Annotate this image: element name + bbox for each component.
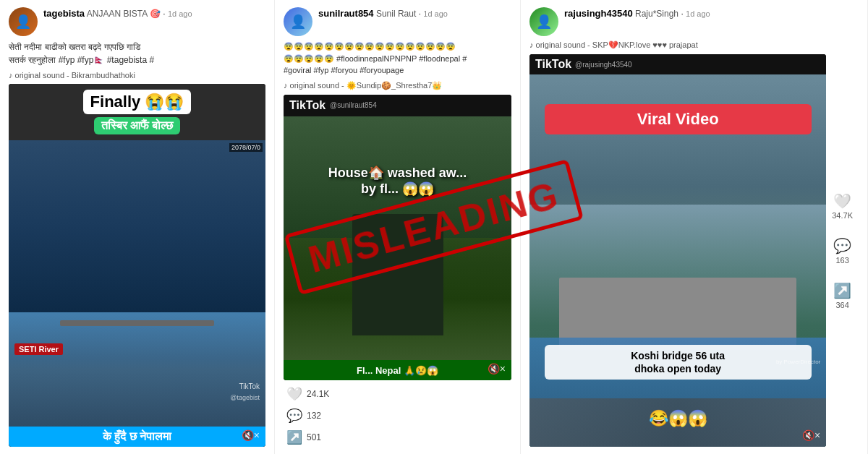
post2-video-bg: TikTok @sunilraut854 House🏠 washed aw...… (284, 95, 511, 381)
post2-video[interactable]: TikTok @sunilraut854 House🏠 washed aw...… (284, 95, 511, 381)
post1-tiktok-handle: @tagebist (230, 394, 260, 401)
tasvir-box: तस्बिर आफैं बोल्छ (94, 117, 181, 134)
post3-shares-count: 364 (835, 301, 848, 309)
post1-video-top: Finally 😭😭 तस्बिर आफैं बोल्छ (9, 84, 265, 140)
bridge-shape (60, 320, 214, 326)
post-3: 👤 rajusingh43540 Raju*Singh · 1d ago ♪ o… (521, 0, 868, 454)
likes-count: 24.1K (307, 389, 329, 399)
post2-tiktok-account: @sunilraut854 (330, 101, 377, 109)
post3-time: 1d ago (686, 9, 710, 18)
viral-video-text: Viral Video (637, 110, 719, 128)
flood-water (9, 312, 265, 427)
post3-sound[interactable]: ♪ original sound - SKP💔NKP.love ♥♥♥ praj… (529, 40, 859, 50)
post2-video-scene: House🏠 washed aw... by fl... 😱😱 (284, 116, 511, 361)
post3-main: TikTok @rajusingh43540 Viral Video Koshi… (529, 54, 859, 447)
post2-avatar: 👤 (284, 7, 312, 36)
post2-header: 👤 sunilraut854 Sunil Raut · 1d ago (284, 7, 511, 36)
seti-label: SETI River (14, 343, 63, 355)
post3-displayname: Raju*Singh (635, 9, 678, 19)
post3-header: 👤 rajusingh43540 Raju*Singh · 1d ago (529, 7, 859, 36)
post2-displayname: Sunil Raut (376, 9, 416, 19)
shares-count: 501 (307, 432, 321, 442)
powerdirector-label: by PowerDirector (776, 359, 820, 365)
post2-caption: 😨😨😨😨😨😨😨😨😨😨😨😨😨😨😨😨😨 😨😨😨😨😨 #floodinnepalNPN… (284, 40, 511, 77)
post1-header: 👤 tagebista ANJAAN BISTA 🎯 · 1d ago (9, 7, 265, 36)
comments-count: 132 (307, 411, 321, 421)
post2-shares-row[interactable]: ↗️ 501 (286, 429, 509, 445)
shares-icon: ↗️ (286, 429, 302, 445)
post1-avatar: 👤 (9, 7, 38, 36)
post2-bottom-bar: Fl... Nepal 🙏😢😱 (284, 360, 511, 380)
post-2: 👤 sunilraut854 Sunil Raut · 1d ago 😨😨😨😨😨… (275, 0, 521, 454)
tasvir-text: तस्बिर आफैं बोल्छ (101, 119, 174, 132)
post3-comments[interactable]: 💬 163 (833, 237, 851, 265)
post2-comments-row[interactable]: 💬 132 (286, 408, 509, 424)
video1-bottom: के हुँदै छ नेपालमा (9, 427, 265, 447)
post3-header-text: rajusingh43540 Raju*Singh · 1d ago (564, 7, 859, 20)
post3-comments-count: 163 (835, 256, 848, 265)
post2-mute-icon[interactable]: 🔇× (488, 363, 506, 374)
post1-video[interactable]: Finally 😭😭 तस्बिर आफैं बोल्छ SETI River … (9, 84, 265, 447)
post1-time: 1d ago (168, 9, 192, 18)
post1-mute-icon[interactable]: 🔇× (242, 429, 260, 441)
post2-stats: 🤍 24.1K 💬 132 ↗️ 501 (284, 385, 511, 447)
post2-tiktok-logo: TikTok (289, 99, 326, 112)
post3-video-scene: Viral Video Koshi bridge 56 uta dhoka op… (529, 74, 826, 447)
comments-icon: 💬 (286, 408, 302, 424)
finally-text: Finally 😭😭 (90, 93, 184, 111)
likes-icon: 🤍 (286, 386, 302, 402)
post3-tiktok-account: @rajusingh43540 (575, 61, 632, 69)
post1-emoji: 🎯 (150, 9, 161, 19)
post3-video-bg: TikTok @rajusingh43540 Viral Video Koshi… (529, 54, 826, 447)
post1-tiktok-watermark: TikTok (239, 382, 260, 390)
post3-likes-count: 34.7K (832, 211, 853, 220)
flood-nepal-text: Fl... Nepal 🙏😢😱 (357, 365, 438, 376)
post3-stats-sidebar: 🤍 34.7K 💬 163 ↗️ 364 (826, 54, 859, 447)
post1-video-middle: SETI River 2078/07/0 TikTok @tagebist (9, 140, 265, 427)
post3-tiktok-header: TikTok @rajusingh43540 (529, 54, 826, 74)
post1-displayname: ANJAAN BISTA (87, 9, 148, 19)
post1-header-text: tagebista ANJAAN BISTA 🎯 · 1d ago (43, 7, 265, 20)
house-text: House🏠 washed aw... by fl... 😱😱 (328, 165, 467, 197)
post3-avatar: 👤 (529, 7, 558, 36)
koshi-box: Koshi bridge 56 uta dhoka open today (545, 345, 812, 380)
finally-box: Finally 😭😭 (83, 90, 192, 114)
post1-video-bg: Finally 😭😭 तस्बिर आफैं बोल्छ SETI River … (9, 84, 265, 447)
kehudc-text: के हुँदै छ नेपालमा (103, 430, 171, 442)
post3-video[interactable]: TikTok @rajusingh43540 Viral Video Koshi… (529, 54, 826, 447)
post3-mute-icon[interactable]: 🔇× (802, 429, 820, 441)
post3-username[interactable]: rajusingh43540 (564, 8, 633, 19)
post3-likes[interactable]: 🤍 34.7K (832, 192, 853, 220)
date-label: 2078/07/0 (229, 143, 263, 152)
post2-username[interactable]: sunilraut854 (318, 8, 374, 19)
comment-icon: 💬 (833, 237, 851, 254)
post3-shares[interactable]: ↗️ 364 (833, 282, 851, 309)
post2-header-text: sunilraut854 Sunil Raut · 1d ago (318, 7, 511, 20)
share-icon: ↗️ (833, 282, 851, 299)
post1-caption: सेती नदीमा बाढीको खतरा बढ्दे गएपछि गाडि … (9, 40, 265, 67)
post1-sound[interactable]: ♪ original sound - Bikrambudhathoki (9, 71, 265, 80)
viral-video-box: Viral Video (545, 104, 812, 134)
post-1: 👤 tagebista ANJAAN BISTA 🎯 · 1d ago सेती… (0, 0, 275, 454)
post2-tiktok-header: TikTok @sunilraut854 (284, 95, 511, 116)
post3-emoji-row: 😂😱😱 (649, 409, 707, 428)
post1-username[interactable]: tagebista (43, 8, 85, 19)
post2-sound[interactable]: ♪ original sound - 🌞Sundip🍪_Shrestha7👑 (284, 81, 511, 90)
koshi-text: Koshi bridge 56 uta dhoka open today (631, 350, 725, 374)
post2-likes-row[interactable]: 🤍 24.1K (286, 386, 509, 402)
heart-icon: 🤍 (833, 192, 851, 210)
post3-tiktok-logo: TikTok (535, 58, 571, 71)
post2-time: 1d ago (423, 9, 448, 18)
